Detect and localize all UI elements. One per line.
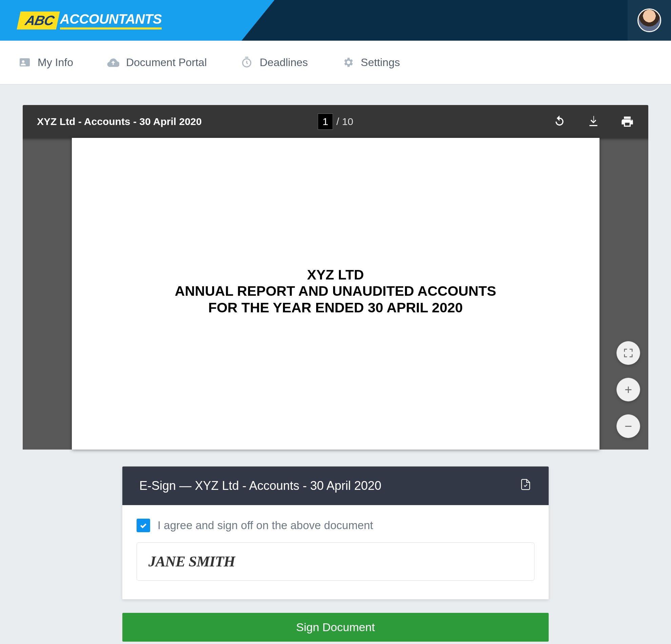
pdf-page-control: / 10 — [318, 114, 353, 130]
rotate-icon[interactable] — [553, 115, 566, 128]
person-card-icon — [18, 56, 31, 68]
esign-agree-row: I agree and sign off on the above docume… — [137, 519, 534, 532]
logo-abc: ABC — [17, 12, 60, 29]
zoom-in-icon[interactable]: + — [617, 378, 640, 401]
esign-card: E-Sign — XYZ Ltd - Accounts - 30 April 2… — [122, 466, 549, 599]
nav-bar: My Info Document Portal Deadlines Settin… — [0, 41, 671, 85]
pdf-zoom-controls: + − — [617, 341, 640, 438]
top-header: ABC ACCOUNTANTS — [0, 0, 671, 41]
esign-header-title: E-Sign — XYZ Ltd - Accounts - 30 April 2… — [139, 479, 381, 493]
pdf-page-input[interactable] — [318, 114, 333, 130]
pdf-scroll-area[interactable]: XYZ LTD ANNUAL REPORT AND UNAUDITED ACCO… — [23, 138, 648, 450]
agree-label: I agree and sign off on the above docume… — [157, 519, 373, 532]
avatar — [637, 9, 661, 32]
gear-icon — [342, 56, 354, 68]
print-icon[interactable] — [621, 115, 634, 128]
download-icon[interactable] — [587, 115, 600, 128]
pdf-title: XYZ Ltd - Accounts - 30 April 2020 — [37, 116, 202, 127]
pdf-page-total: / 10 — [336, 116, 353, 127]
fit-page-icon[interactable] — [617, 341, 640, 365]
avatar-container[interactable] — [628, 0, 671, 41]
nav-label: Settings — [361, 56, 400, 69]
pdf-toolbar: XYZ Ltd - Accounts - 30 April 2020 / 10 — [23, 105, 648, 138]
esign-body: I agree and sign off on the above docume… — [122, 505, 549, 599]
logo[interactable]: ABC ACCOUNTANTS — [18, 12, 162, 29]
signature-input[interactable] — [137, 542, 534, 581]
agree-checkbox[interactable] — [137, 519, 150, 532]
logo-accountants: ACCOUNTANTS — [60, 12, 162, 29]
nav-label: Deadlines — [259, 56, 308, 69]
content: XYZ Ltd - Accounts - 30 April 2020 / 10 … — [0, 85, 671, 644]
nav-my-info[interactable]: My Info — [18, 56, 73, 69]
nav-label: Document Portal — [126, 56, 207, 69]
pdf-doc-line1: XYZ LTD — [85, 267, 586, 283]
nav-deadlines[interactable]: Deadlines — [241, 56, 308, 69]
pdf-page-total-value: 10 — [342, 116, 353, 127]
pdf-viewer: XYZ Ltd - Accounts - 30 April 2020 / 10 … — [23, 105, 648, 450]
clock-icon — [241, 56, 253, 68]
nav-document-portal[interactable]: Document Portal — [107, 56, 207, 69]
zoom-out-icon[interactable]: − — [617, 414, 640, 438]
pdf-file-icon — [520, 478, 532, 493]
nav-settings[interactable]: Settings — [342, 56, 400, 69]
esign-header: E-Sign — XYZ Ltd - Accounts - 30 April 2… — [122, 466, 549, 505]
sign-document-button[interactable]: Sign Document — [122, 613, 549, 642]
pdf-page: XYZ LTD ANNUAL REPORT AND UNAUDITED ACCO… — [72, 138, 599, 450]
nav-label: My Info — [38, 56, 73, 69]
pdf-doc-line3: FOR THE YEAR ENDED 30 APRIL 2020 — [85, 299, 586, 316]
cloud-upload-icon — [107, 56, 119, 68]
pdf-tool-buttons — [553, 115, 634, 128]
pdf-doc-line2: ANNUAL REPORT AND UNAUDITED ACCOUNTS — [85, 283, 586, 299]
